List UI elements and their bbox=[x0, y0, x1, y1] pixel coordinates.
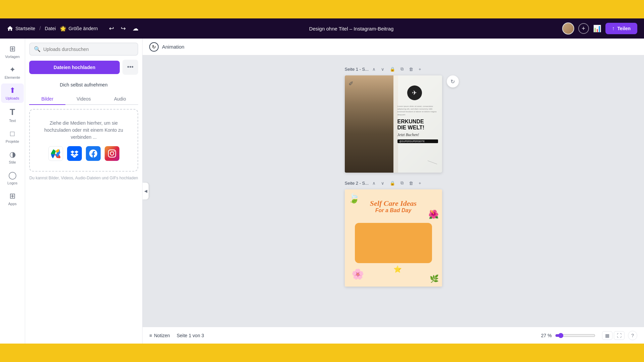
page-indicator: Seite 1 von 3 bbox=[177, 333, 204, 338]
page-2-header: Seite 2 - S... ∧ ∨ 🔒 ⧉ 🗑 + bbox=[345, 179, 442, 187]
grid-view-button[interactable]: ▦ bbox=[602, 331, 612, 340]
collapse-panel-button[interactable]: ◀ bbox=[143, 183, 149, 199]
analytics-icon[interactable]: 📊 bbox=[593, 24, 601, 33]
home-label: Startseite bbox=[15, 26, 35, 31]
sidebar-item-projekte[interactable]: □ Projekte bbox=[1, 127, 24, 146]
text-icon: T bbox=[10, 107, 15, 117]
elemente-icon: ✦ bbox=[9, 65, 15, 74]
page-2-collapse-btn[interactable]: ∧ bbox=[371, 180, 377, 187]
page-2-star: ⭐ bbox=[393, 265, 402, 273]
page-2-add-btn[interactable]: + bbox=[417, 180, 423, 187]
page-1-label: Seite 1 - S... bbox=[345, 67, 369, 72]
redo-button[interactable]: ↪ bbox=[119, 23, 128, 34]
upload-row: Dateien hochladen ••• bbox=[29, 60, 138, 75]
sidebar-item-stile[interactable]: ◑ Stile bbox=[1, 147, 24, 167]
sidebar-item-label: Projekte bbox=[6, 139, 19, 143]
fullscreen-button[interactable]: ⛶ bbox=[614, 331, 625, 340]
instagram-icon[interactable] bbox=[105, 146, 119, 161]
topbar-divider: / bbox=[39, 25, 41, 32]
more-options-button[interactable]: ••• bbox=[122, 60, 138, 75]
notes-label: Notizen bbox=[154, 333, 170, 338]
tab-audio[interactable]: Audio bbox=[102, 94, 138, 105]
drop-zone: Ziehe die Medien hierher, um sie hochzul… bbox=[29, 109, 138, 172]
file-menu[interactable]: Datei bbox=[45, 26, 56, 31]
page-2-title-line1: Self Care Ideas bbox=[355, 199, 432, 207]
search-input[interactable] bbox=[43, 47, 133, 52]
home-button[interactable]: Startseite bbox=[7, 25, 35, 32]
topbar: Startseite / Datei 🌟 Größe ändern ↩ ↪ ☁ … bbox=[0, 18, 644, 39]
sidebar-item-uploads[interactable]: ⬆ Uploads bbox=[1, 83, 24, 103]
share-icon: ↑ bbox=[612, 25, 615, 32]
dropbox-icon[interactable] bbox=[67, 146, 82, 161]
status-bar: ≡ Notizen Seite 1 von 3 27 % ▦ ⛶ ? bbox=[143, 327, 644, 344]
page-1-canvas[interactable]: Lorem ipsum dolor sit amet, consectetur … bbox=[345, 75, 442, 173]
undo-button[interactable]: ↩ bbox=[107, 23, 116, 34]
sidebar-item-logos[interactable]: ◯ Logos bbox=[1, 168, 24, 188]
page-1-header: Seite 1 - S... ∧ ∨ 🔒 ⧉ 🗑 + bbox=[345, 65, 442, 73]
projekte-icon: □ bbox=[10, 129, 14, 138]
zoom-area: 27 % ▦ ⛶ ? bbox=[541, 331, 637, 340]
animation-bar: ↻ Animation bbox=[143, 39, 644, 55]
sidebar-item-label: Vorlagen bbox=[5, 55, 19, 59]
search-icon: 🔍 bbox=[34, 46, 41, 52]
page-2-label: Seite 2 - S... bbox=[345, 181, 369, 186]
sidebar-item-label: Uploads bbox=[6, 96, 19, 100]
drop-hint: Du kannst Bilder, Videos, Audio-Dateien … bbox=[29, 176, 138, 180]
page-2-copy-btn[interactable]: ⧉ bbox=[399, 179, 405, 187]
help-button[interactable]: ? bbox=[628, 331, 637, 340]
share-button[interactable]: ↑ Teilen bbox=[605, 23, 637, 34]
sidebar-item-text[interactable]: T Text bbox=[1, 104, 24, 125]
resize-button[interactable]: 🌟 Größe ändern bbox=[60, 25, 98, 32]
zoom-value: 27 % bbox=[541, 333, 552, 338]
notes-button[interactable]: ≡ Notizen bbox=[149, 333, 170, 338]
cloud-save-button[interactable]: ☁ bbox=[130, 23, 141, 34]
page-1-add-btn[interactable]: + bbox=[417, 66, 423, 73]
canvas-area: ↻ Animation ◀ Seite 1 - S... ∧ ∨ 🔒 ⧉ 🗑 + bbox=[143, 39, 644, 344]
page-2-expand-btn[interactable]: ∨ bbox=[379, 180, 386, 187]
self-record-button[interactable]: Dich selbst aufnehmen bbox=[29, 79, 138, 91]
drop-zone-text: Ziehe die Medien hierher, um sie hochzul… bbox=[37, 120, 131, 141]
page-1-circle-button: ✈ bbox=[407, 85, 422, 100]
page-2-flower-bottom: 🌸 bbox=[352, 268, 364, 280]
page-2-content: Self Care Ideas For a Bad Day 🍃 🌿 🌸 🌺 ⭐ bbox=[345, 189, 442, 287]
bottom-yellow-bar bbox=[0, 344, 644, 362]
page-1-refresh-button[interactable]: ↻ bbox=[447, 75, 459, 87]
document-title: Design ohne Titel – Instagram-Beitrag bbox=[309, 26, 394, 32]
home-icon bbox=[7, 25, 13, 32]
page-2-canvas[interactable]: Self Care Ideas For a Bad Day 🍃 🌿 🌸 🌺 ⭐ bbox=[345, 189, 442, 287]
sidebar-item-label: Elemente bbox=[5, 75, 20, 79]
page-1-copy-btn[interactable]: ⧉ bbox=[399, 65, 405, 73]
zoom-slider[interactable] bbox=[555, 333, 595, 338]
page-1-lock-btn[interactable]: 🔒 bbox=[388, 66, 397, 73]
page-1-small-text: Lorem ipsum dolor sit amet, consectetur … bbox=[397, 105, 438, 116]
add-collaborator-button[interactable]: + bbox=[578, 23, 589, 34]
page-2-delete-btn[interactable]: 🗑 bbox=[407, 180, 415, 187]
tab-videos[interactable]: Videos bbox=[65, 94, 102, 105]
googledrive-icon[interactable] bbox=[48, 146, 63, 161]
facebook-svg bbox=[89, 149, 97, 158]
topbar-center: Design ohne Titel – Instagram-Beitrag bbox=[146, 26, 556, 32]
logos-icon: ◯ bbox=[8, 171, 17, 180]
page-1-delete-btn[interactable]: 🗑 bbox=[407, 66, 415, 73]
page-1-collapse-btn[interactable]: ∧ bbox=[371, 66, 377, 73]
search-bar: 🔍 bbox=[29, 43, 138, 56]
topbar-left: Startseite / Datei 🌟 Größe ändern bbox=[7, 25, 98, 32]
sidebar-item-apps[interactable]: ⊞ Apps bbox=[1, 189, 24, 208]
tab-bilder[interactable]: Bilder bbox=[29, 94, 65, 105]
facebook-icon[interactable] bbox=[86, 146, 101, 161]
animation-icon[interactable]: ↻ bbox=[149, 42, 159, 52]
user-avatar[interactable] bbox=[562, 22, 574, 35]
sidebar-item-elemente[interactable]: ✦ Elemente bbox=[1, 63, 24, 82]
topbar-actions: ↩ ↪ ☁ bbox=[107, 23, 141, 34]
page-2-title: Self Care Ideas For a Bad Day bbox=[355, 199, 432, 214]
page-1-expand-btn[interactable]: ∨ bbox=[379, 66, 386, 73]
sidebar-item-vorlagen[interactable]: ⊞ Vorlagen bbox=[1, 42, 24, 61]
top-yellow-bar bbox=[0, 0, 644, 18]
sidebar-item-label: Apps bbox=[8, 202, 16, 206]
page-1-cursive: Jetzt Buchen! bbox=[397, 132, 438, 137]
upload-button[interactable]: Dateien hochladen bbox=[29, 61, 120, 74]
page-2-lock-btn[interactable]: 🔒 bbox=[388, 180, 397, 187]
sidebar-item-label: Text bbox=[9, 119, 16, 123]
canvas-scroll[interactable]: Seite 1 - S... ∧ ∨ 🔒 ⧉ 🗑 + bbox=[143, 55, 644, 327]
resize-emoji: 🌟 bbox=[60, 25, 66, 32]
